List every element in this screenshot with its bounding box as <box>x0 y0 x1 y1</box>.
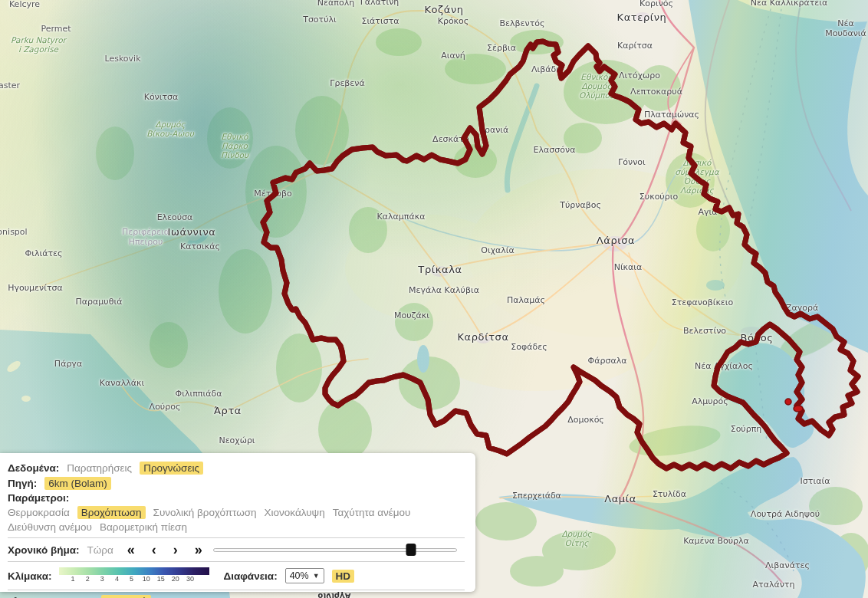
step-last-button[interactable]: » <box>195 543 202 557</box>
scale-tick: 3 <box>100 575 104 583</box>
language-row: Γλώσσα: EnglishΕλληνικά <box>8 595 465 598</box>
language-option-1[interactable]: Ελληνικά <box>101 595 150 598</box>
step-first-button[interactable]: « <box>127 543 135 557</box>
now-button[interactable]: Τώρα <box>87 544 113 556</box>
time-slider-handle[interactable] <box>406 544 416 556</box>
params-row: Παράμετροι: ΘερμοκρασίαΒροχόπτωσηΣυνολικ… <box>8 492 465 533</box>
source-label: Πηγή: <box>8 478 37 489</box>
time-slider-track[interactable] <box>213 548 457 552</box>
timestep-controls: «‹›» <box>127 543 202 557</box>
scale-tick: 30 <box>186 575 194 583</box>
time-slider[interactable] <box>213 543 457 557</box>
data-option-1[interactable]: Προγνώσεις <box>140 462 203 475</box>
scale-label: Κλίμακα: <box>8 570 51 582</box>
params-option-5[interactable]: Διεύθυνση ανέμου <box>8 521 92 533</box>
data-label: Δεδομένα: <box>8 462 59 474</box>
color-scale-gradient <box>59 567 209 575</box>
opacity-select[interactable]: 40% ▼ <box>285 568 324 583</box>
chevron-down-icon: ▼ <box>313 572 320 580</box>
lake-karla <box>706 280 725 291</box>
params-option-2[interactable]: Συνολική βροχόπτωση <box>153 507 257 518</box>
timestep-label: Χρονικό βήμα: <box>8 544 79 556</box>
step-next-button[interactable]: › <box>173 543 178 557</box>
params-option-1[interactable]: Βροχόπτωση <box>77 506 146 519</box>
step-prev-button[interactable]: ‹ <box>152 543 156 557</box>
divider <box>8 537 465 538</box>
opacity-value: 40% <box>290 570 309 581</box>
opacity-label: Διαφάνεια: <box>223 570 277 582</box>
scale-tick: 20 <box>172 575 179 583</box>
params-option-4[interactable]: Ταχύτητα ανέμου <box>333 507 411 518</box>
timestep-row: Χρονικό βήμα: Τώρα «‹›» <box>8 543 465 557</box>
scale-tick: 4 <box>115 575 119 583</box>
divider <box>8 590 465 590</box>
lake-plastiras <box>417 345 429 373</box>
scale-tick: 1 <box>71 575 75 583</box>
params-option-0[interactable]: Θερμοκρασία <box>8 507 70 518</box>
antipaxoi-island <box>21 396 31 402</box>
scale-tick: 15 <box>157 575 165 583</box>
scale-tick: 10 <box>143 575 150 583</box>
data-row: Δεδομένα: ΠαρατηρήσειςΠρογνώσεις <box>8 462 465 475</box>
color-scale: 1234510152030 <box>59 567 209 585</box>
params-option-6[interactable]: Βαρομετρική πίεση <box>100 521 187 533</box>
source-row: Πηγή: 6km (Bolam) <box>8 477 465 490</box>
params-option-3[interactable]: Χιονοκάλυψη <box>265 507 325 518</box>
source-option-0[interactable]: 6km (Bolam) <box>44 477 111 490</box>
scale-tick: 2 <box>86 575 90 583</box>
divider <box>8 561 465 562</box>
scale-tick: 5 <box>130 575 133 583</box>
params-label: Παράμετροι: <box>8 492 69 504</box>
weather-map-app: KelcyrePermetParku Natyror i ZagoriseLes… <box>0 0 868 598</box>
scale-row: Κλίμακα: 1234510152030 Διαφάνεια: 40% ▼ … <box>8 567 465 585</box>
data-option-0[interactable]: Παρατηρήσεις <box>67 462 132 474</box>
hd-toggle[interactable]: HD <box>332 570 355 583</box>
control-panel: Δεδομένα: ΠαρατηρήσειςΠρογνώσεις Πηγή: 6… <box>0 453 475 592</box>
